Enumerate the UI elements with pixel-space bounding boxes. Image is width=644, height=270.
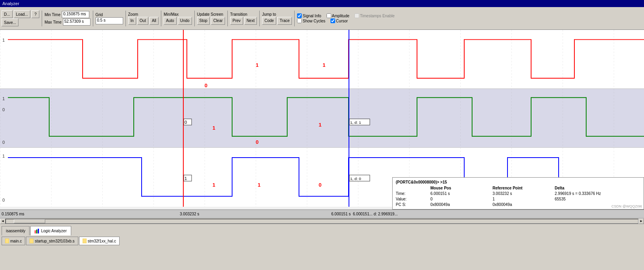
toolbar: D... Load... ? Save... Min Time 0.150875… bbox=[0, 7, 644, 30]
sep1 bbox=[42, 11, 42, 26]
svg-text:1,  d: 0: 1, d: 0 bbox=[350, 176, 361, 181]
tab-logic-analyzer-label: Logic Analyzer bbox=[41, 229, 66, 233]
tab-disassembly[interactable]: isassembly bbox=[2, 226, 30, 235]
undo-button[interactable]: Undo bbox=[178, 17, 192, 25]
svg-text:0: 0 bbox=[256, 140, 258, 145]
checkbox-group: Signal Info Amplitude Timestamps Enable … bbox=[297, 13, 395, 23]
svg-rect-37 bbox=[36, 230, 37, 233]
info-value-delta: 65535 bbox=[555, 197, 633, 201]
info-header-empty bbox=[396, 186, 427, 190]
svg-text:1: 1 bbox=[212, 125, 215, 131]
file-tab-startup[interactable]: startup_stm32f103xb.s bbox=[26, 237, 78, 245]
info-time-mouse: 6.000151 s bbox=[430, 191, 489, 196]
code-button[interactable]: Code bbox=[262, 17, 276, 25]
cursor-checkbox-label[interactable]: Cursor bbox=[330, 18, 348, 23]
doc-icon-startup bbox=[30, 239, 33, 243]
svg-text:1: 1 bbox=[212, 182, 215, 188]
sep8 bbox=[294, 11, 295, 26]
sep2 bbox=[93, 11, 93, 26]
svg-rect-42 bbox=[83, 239, 87, 243]
zoom-label: Zoom bbox=[128, 12, 138, 17]
grid-label: Grid bbox=[96, 13, 103, 17]
svg-rect-40 bbox=[5, 239, 9, 243]
svg-text:0: 0 bbox=[319, 182, 321, 188]
next-button[interactable]: Next bbox=[244, 17, 257, 25]
svg-text:1: 1 bbox=[256, 62, 258, 68]
zoom-group: Zoom In Out All bbox=[128, 12, 159, 25]
scroll-left-button[interactable]: ◄ bbox=[0, 219, 6, 224]
info-pcs-mouse: 0x800049a bbox=[430, 202, 489, 207]
auto-button[interactable]: Auto bbox=[164, 17, 177, 25]
grid-value: 0.5 s bbox=[96, 17, 123, 24]
info-pcs-label: PC S: bbox=[396, 202, 427, 207]
cursor-checkbox[interactable] bbox=[330, 18, 335, 23]
svg-rect-36 bbox=[35, 230, 36, 233]
timestamps-checkbox[interactable] bbox=[354, 13, 359, 18]
file-tab-hal-label: stm32f1xx_hal.c bbox=[88, 239, 116, 243]
minmax-group: Min/Max Auto Undo bbox=[164, 12, 192, 25]
svg-rect-38 bbox=[38, 229, 39, 233]
info-header-delta: Delta bbox=[555, 186, 633, 190]
zoom-out-button[interactable]: Out bbox=[137, 17, 148, 25]
save-button[interactable]: Save... bbox=[2, 18, 18, 26]
file-tab-main[interactable]: main.c bbox=[2, 237, 25, 245]
info-panel: (PORTC&0x00008000)> >15 Mouse Pos Refere… bbox=[392, 177, 644, 209]
update-group: Update Screen Stop Clear bbox=[197, 12, 225, 25]
scrollbar[interactable]: ◄ ► bbox=[0, 218, 644, 224]
show-cycles-label: Show Cycles bbox=[303, 19, 325, 23]
stop-button[interactable]: Stop bbox=[197, 17, 210, 25]
show-cycles-checkbox-label[interactable]: Show Cycles bbox=[297, 18, 325, 23]
show-cycles-checkbox[interactable] bbox=[297, 18, 302, 23]
max-time-value: 52.57309 s bbox=[63, 18, 90, 26]
sep4 bbox=[161, 11, 161, 26]
svg-text:1: 1 bbox=[323, 62, 325, 68]
info-grid: Mouse Pos Reference Point Delta Time: 6.… bbox=[396, 186, 640, 207]
svg-text:1: 1 bbox=[185, 176, 187, 181]
transition-label: Transition bbox=[230, 12, 247, 17]
zoom-in-button[interactable]: In bbox=[128, 17, 136, 25]
signal-info-checkbox[interactable] bbox=[297, 13, 302, 18]
file-tabs: main.c startup_stm32f103xb.s stm32f1xx_h… bbox=[0, 235, 644, 246]
amplitude-checkbox-label[interactable]: Amplitude bbox=[327, 13, 349, 18]
time-group: Min Time 0.150875 ms Max Time 52.57309 s bbox=[44, 11, 90, 26]
min-time-label: Min Time bbox=[44, 13, 61, 17]
min-time-value: 0.150875 ms bbox=[62, 11, 89, 18]
info-value-ref: 1 bbox=[493, 197, 552, 201]
tab-logic-analyzer[interactable]: Logic Analyzer bbox=[30, 226, 71, 235]
scroll-right-button[interactable]: ► bbox=[638, 219, 644, 224]
chart-icon bbox=[35, 229, 39, 233]
amplitude-label: Amplitude bbox=[332, 14, 349, 18]
timestamps-checkbox-label[interactable]: Timestamps Enable bbox=[354, 13, 395, 18]
signal-info-checkbox-label[interactable]: Signal Info bbox=[297, 13, 321, 18]
prev-button[interactable]: Prev bbox=[230, 17, 243, 25]
amplitude-checkbox[interactable] bbox=[327, 13, 331, 18]
tab-bar: isassembly Logic Analyzer bbox=[0, 224, 644, 235]
jumpto-group: Jump to Code Trace bbox=[262, 12, 292, 25]
svg-rect-41 bbox=[30, 239, 33, 243]
info-time-delta: 2.996919 s = 0.333676 Hz bbox=[555, 191, 633, 196]
dots-button[interactable]: D... bbox=[2, 10, 13, 18]
file-tab-hal[interactable]: stm32f1xx_hal.c bbox=[79, 237, 120, 245]
app-title: Analyzer bbox=[2, 1, 19, 6]
svg-text:1: 1 bbox=[319, 122, 321, 128]
load-button[interactable]: Load... bbox=[14, 10, 31, 18]
tab-disassembly-label: isassembly bbox=[6, 229, 25, 233]
clear-button[interactable]: Clear bbox=[211, 17, 225, 25]
info-header-ref: Reference Point bbox=[493, 186, 552, 190]
file-tab-main-label: main.c bbox=[10, 239, 22, 243]
info-panel-title: (PORTC&0x00008000)> >15 bbox=[396, 180, 640, 184]
file-group: D... Load... ? Save... bbox=[2, 10, 39, 26]
grid-group: Grid 0.5 s bbox=[96, 13, 123, 24]
svg-text:1: 1 bbox=[2, 96, 5, 101]
waveform-area[interactable]: 1 0 1 0 1 0 0 1 1 1 0 1 1 1 0 0 1 0 → 1 bbox=[0, 30, 644, 209]
svg-text:0: 0 bbox=[185, 120, 187, 125]
info-value-label: Value: bbox=[396, 197, 427, 201]
update-screen-label: Update Screen bbox=[197, 12, 223, 17]
help-button[interactable]: ? bbox=[31, 10, 39, 18]
info-time-ref: 3.003232 s bbox=[493, 191, 552, 196]
time-delta: 6.000151... d: 2.996919... bbox=[352, 212, 399, 216]
zoom-all-button[interactable]: All bbox=[149, 17, 159, 25]
scrollbar-thumb[interactable] bbox=[14, 219, 45, 223]
trace-button[interactable]: Trace bbox=[277, 17, 292, 25]
scrollbar-track[interactable] bbox=[6, 219, 638, 224]
